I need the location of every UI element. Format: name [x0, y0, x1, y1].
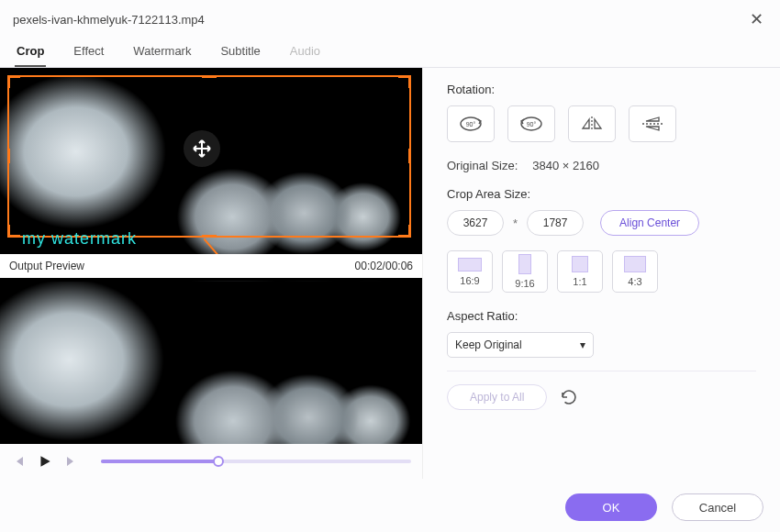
ratio-16-9[interactable]: 16:9	[447, 250, 493, 293]
seek-bar[interactable]	[101, 460, 411, 463]
output-preview-label: Output Preview	[9, 260, 84, 272]
prev-frame-button[interactable]	[11, 453, 28, 470]
reset-icon[interactable]	[560, 388, 578, 406]
move-handle-icon[interactable]	[184, 130, 220, 167]
rotate-cw-button[interactable]: 90°	[447, 105, 495, 142]
play-button[interactable]	[37, 453, 53, 470]
close-icon[interactable]: ✕	[746, 7, 767, 31]
aspect-ratio-select[interactable]: Keep Original ▾	[447, 332, 594, 358]
tab-subtitle[interactable]: Subtitle	[218, 40, 262, 67]
times-symbol: *	[513, 216, 518, 230]
crop-preview[interactable]: my watermark	[0, 68, 422, 254]
crop-height-input[interactable]	[527, 210, 584, 236]
aspect-ratio-value: Keep Original	[455, 338, 522, 351]
svg-text:90°: 90°	[527, 121, 537, 127]
time-display: 00:02/00:06	[355, 260, 413, 272]
apply-to-all-button[interactable]: Apply to All	[447, 384, 547, 410]
next-frame-button[interactable]	[62, 453, 79, 470]
tab-audio: Audio	[288, 40, 322, 67]
tab-bar: Crop Effect Watermark Subtitle Audio	[0, 35, 780, 68]
divider	[447, 371, 756, 371]
align-center-button[interactable]: Align Center	[600, 210, 699, 236]
rotation-label: Rotation:	[447, 83, 756, 96]
file-title: pexels-ivan-khmelyuk-7122113.mp4	[13, 13, 205, 27]
ratio-1-1[interactable]: 1:1	[557, 250, 603, 293]
tab-crop[interactable]: Crop	[15, 40, 46, 67]
watermark-text: my watermark	[22, 229, 137, 249]
seek-thumb[interactable]	[213, 456, 224, 467]
crop-area-label: Crop Area Size:	[447, 187, 756, 201]
original-size-label: Original Size:	[447, 159, 518, 172]
output-preview	[0, 278, 422, 444]
flip-vertical-button[interactable]	[629, 105, 676, 142]
flip-horizontal-button[interactable]	[568, 105, 616, 142]
ratio-9-16[interactable]: 9:16	[502, 250, 548, 293]
cancel-button[interactable]: Cancel	[672, 493, 763, 521]
aspect-ratio-label: Aspect Ratio:	[447, 309, 756, 323]
ratio-4-3[interactable]: 4:3	[612, 250, 658, 293]
rotate-ccw-button[interactable]: 90°	[507, 105, 555, 142]
tab-effect[interactable]: Effect	[72, 40, 106, 67]
chevron-down-icon: ▾	[580, 338, 585, 351]
crop-width-input[interactable]	[447, 210, 504, 236]
original-size-value: 3840 × 2160	[532, 159, 599, 172]
tab-watermark[interactable]: Watermark	[131, 40, 193, 67]
ok-button[interactable]: OK	[565, 493, 657, 521]
svg-text:90°: 90°	[466, 121, 476, 127]
